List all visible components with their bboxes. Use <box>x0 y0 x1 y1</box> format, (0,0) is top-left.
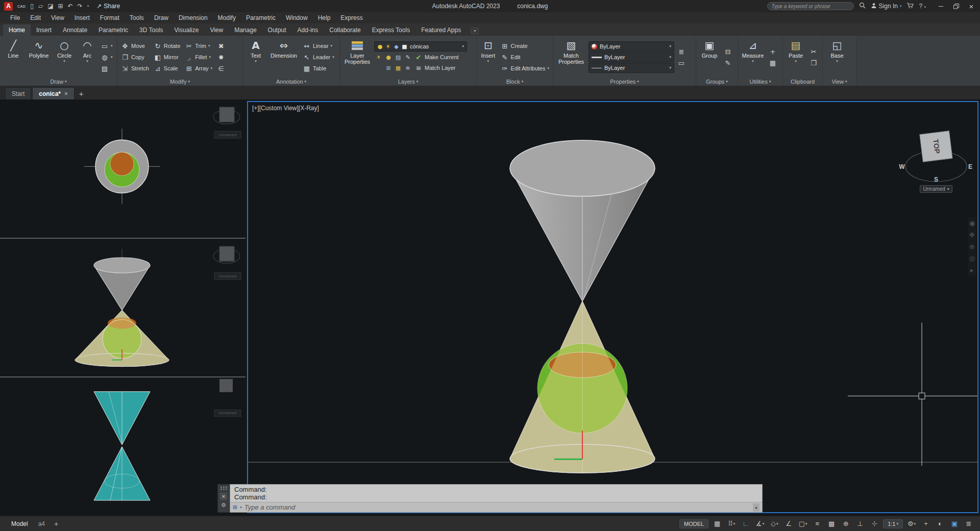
ribbon-tab-3d-tools[interactable]: 3D Tools <box>134 24 168 36</box>
named-view-dropdown[interactable]: Unnamed ▾ <box>920 185 953 193</box>
polar-tracking-toggle[interactable]: ∡▾ <box>753 518 767 529</box>
leader-button[interactable]: ↖Leader▾ <box>301 52 336 62</box>
save-icon[interactable]: ◪ <box>47 3 53 9</box>
hatch-button[interactable]: ▨ <box>99 63 114 73</box>
ungroup-button[interactable]: ⊟ <box>722 46 733 57</box>
ribbon-tab-express-tools[interactable]: Express Tools <box>366 24 415 36</box>
base-button[interactable]: ◱ Base ▾ <box>825 37 849 77</box>
ribbon-display-toggle[interactable]: ▾ <box>471 28 479 34</box>
open-icon[interactable]: ▱ <box>38 3 43 9</box>
grid-toggle[interactable]: ▦ <box>710 518 724 529</box>
sign-in-button[interactable]: Sign In ▾ <box>871 3 902 10</box>
rotate-button[interactable]: ↻Rotate <box>152 41 182 51</box>
menu-insert[interactable]: Insert <box>69 14 95 21</box>
viewport-controls-label[interactable]: [+][Custom View][X-Ray] <box>252 105 319 112</box>
scale-button[interactable]: ⊿Scale <box>152 63 182 73</box>
trim-button[interactable]: ✂Trim▾ <box>183 41 214 51</box>
groups-panel-label[interactable]: Groups▾ <box>696 77 738 86</box>
ribbon-tab-visualize[interactable]: Visualize <box>169 24 205 36</box>
rectangle-button[interactable]: ▭▾ <box>99 41 114 51</box>
command-customize-icon[interactable]: ⚙ <box>221 502 226 509</box>
pan-icon[interactable]: ✥ <box>969 231 975 239</box>
upper-cone-front[interactable] <box>94 258 150 310</box>
layer-freeze-icon[interactable]: ▨ <box>394 53 403 61</box>
model-layout-tab[interactable]: Model <box>7 520 32 527</box>
autocad-logo-icon[interactable]: A <box>4 2 13 11</box>
minimize-button[interactable] <box>933 0 948 12</box>
ortho-toggle[interactable]: ∟ <box>739 518 752 529</box>
object-snap-tracking-toggle[interactable]: ∠ <box>782 518 795 529</box>
section-view-canvas[interactable]: Unnamed <box>0 377 246 516</box>
circle-button[interactable]: ○ Circle ▾ <box>53 37 76 77</box>
mirror-button[interactable]: ◧Mirror <box>152 52 182 62</box>
show-motion-icon[interactable]: ▸ <box>969 266 975 274</box>
new-drawing-icon[interactable]: ▯ <box>30 3 34 9</box>
new-drawing-tab-button[interactable]: + <box>76 88 87 99</box>
search-input[interactable] <box>767 2 854 10</box>
ellipse-button[interactable]: ◍▾ <box>99 52 114 62</box>
text-button[interactable]: A Text ▾ <box>245 37 266 77</box>
workspace-switching-button[interactable]: ⚙▾ <box>905 518 918 529</box>
ribbon-tab-insert[interactable]: Insert <box>31 24 57 36</box>
match-layer-button[interactable]: ≋Match Layer <box>413 63 457 73</box>
command-input[interactable]: ⊞ ▾ Type a command ▴ <box>230 502 762 512</box>
menu-edit[interactable]: Edit <box>25 14 46 21</box>
arc-button[interactable]: ◠ Arc ▾ <box>77 37 97 77</box>
modify-more-button[interactable]: ∈ <box>215 63 227 73</box>
lineweight-dropdown[interactable]: ByLayer ▾ <box>589 52 674 62</box>
edit-attributes-button[interactable]: ✑Edit Attributes▾ <box>499 63 551 73</box>
named-view-ghost[interactable]: Unnamed <box>214 131 241 138</box>
command-close-button[interactable]: × <box>220 493 227 500</box>
layer-walk-icon[interactable]: ▦ <box>394 64 403 72</box>
customization-button[interactable]: ≣ <box>962 518 975 529</box>
erase-button[interactable]: ✖ <box>215 41 227 51</box>
measure-button[interactable]: ⊿ Measure ▾ <box>740 37 766 77</box>
linear-dimension-button[interactable]: ↔Linear▾ <box>301 41 336 51</box>
file-tab-start[interactable]: Start <box>5 87 31 99</box>
named-view-ghost[interactable]: Unnamed <box>214 272 241 280</box>
fillet-button[interactable]: ◞Fillet▾ <box>183 52 214 62</box>
compass-east[interactable]: E <box>968 163 972 170</box>
paste-button[interactable]: ▤ Paste ▾ <box>785 37 806 77</box>
dynamic-ucs-toggle[interactable]: ⊥ <box>853 518 867 529</box>
insert-block-button[interactable]: ⊡ Insert ▾ <box>479 37 498 77</box>
layer-lock-toggle-icon[interactable]: ⊞ <box>384 64 393 72</box>
id-point-button[interactable]: + <box>767 46 778 57</box>
annotation-scale-button[interactable]: 1:1▾ <box>883 519 903 528</box>
clipboard-panel-label[interactable]: Clipboard <box>783 77 822 86</box>
upper-cone-section[interactable] <box>94 392 150 445</box>
search-icon[interactable] <box>859 2 866 11</box>
model-space-toggle[interactable]: MODEL <box>679 519 708 528</box>
graphics-performance-toggle[interactable]: ▣ <box>948 518 961 529</box>
navigation-wheel-icon[interactable]: ◉ <box>969 219 975 227</box>
layer-match-icon[interactable]: ≋ <box>403 64 412 72</box>
menu-help[interactable]: Help <box>313 14 336 21</box>
redo-icon[interactable]: ↷ <box>78 3 83 9</box>
dynamic-input-toggle[interactable]: ⊹ <box>868 518 881 529</box>
view-panel-label[interactable]: View▾ <box>823 77 856 86</box>
layer-off-icon[interactable]: ☀ <box>374 53 383 61</box>
ribbon-tab-featured-apps[interactable]: Featured Apps <box>415 24 467 36</box>
undo-icon[interactable]: ↶ <box>68 3 73 9</box>
menu-format[interactable]: Format <box>95 14 125 21</box>
ribbon-tab-view[interactable]: View <box>204 24 229 36</box>
stretch-button[interactable]: ⇲Stretch <box>119 63 151 73</box>
a4-layout-tab[interactable]: a4 <box>34 520 49 527</box>
group-edit-button[interactable]: ✎ <box>722 58 733 68</box>
group-button[interactable]: ▣ Group <box>698 37 721 77</box>
transparency-toggle[interactable]: ▩ <box>825 518 838 529</box>
isolate-objects-button[interactable]: ◐ <box>934 518 947 529</box>
match-properties-button[interactable]: ▧ Match Properties <box>555 37 587 77</box>
plot-icon[interactable]: ⊞ <box>58 3 63 9</box>
file-tab-conica[interactable]: conica*× <box>32 87 75 99</box>
layer-edit-icon[interactable]: ✎ <box>403 53 412 61</box>
menu-draw[interactable]: Draw <box>149 14 174 21</box>
annotation-panel-label[interactable]: Annotation▾ <box>243 77 339 86</box>
compass-south[interactable]: S <box>934 176 938 183</box>
array-button[interactable]: ⊞Array▾ <box>183 63 214 73</box>
dimension-button[interactable]: ⇔ Dimension <box>268 37 300 77</box>
layer-properties-button[interactable]: Layer Properties <box>342 37 373 77</box>
ribbon-tab-home[interactable]: Home <box>3 24 31 36</box>
menu-parametric[interactable]: Parametric <box>241 14 281 21</box>
properties-panel-label[interactable]: Properties▾ <box>553 77 696 86</box>
